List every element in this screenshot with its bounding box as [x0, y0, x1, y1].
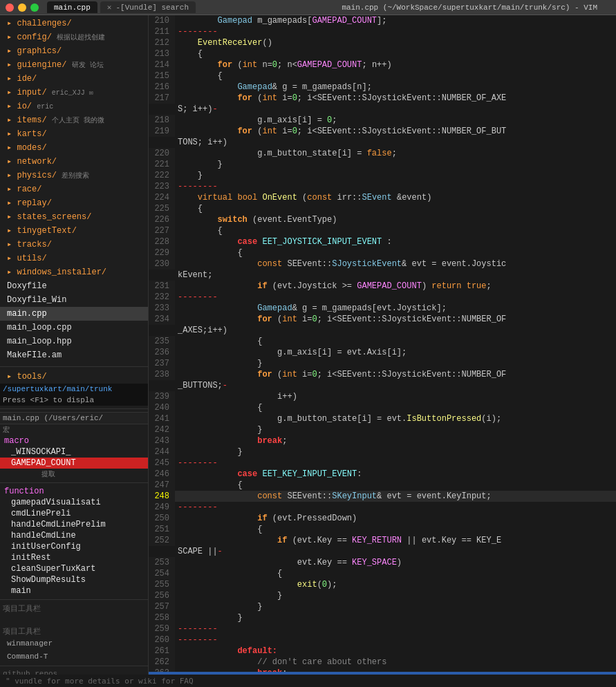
line-content: }: [175, 612, 616, 623]
code-line-213: 213 {: [149, 48, 616, 59]
code-line-226: 226 switch (event.EventType): [149, 214, 616, 225]
sidebar-command-t[interactable]: Command-T: [0, 650, 148, 664]
code-line-257: 257 }: [149, 601, 616, 612]
code-line-263: 263 break;: [149, 668, 616, 672]
line-number: 212: [149, 37, 175, 48]
sidebar-item-tracks[interactable]: ▸ tracks/: [0, 238, 148, 252]
maximize-button[interactable]: [30, 3, 39, 12]
line-content: for (int n=0; n<GAMEPAD_COUNT; n++): [175, 59, 616, 70]
sidebar-divider-3: [0, 482, 148, 483]
line-content: {: [175, 336, 616, 347]
sidebar-item-doxyfile-win[interactable]: Doxyfile_Win: [0, 293, 148, 307]
sidebar-fn-main[interactable]: main: [0, 585, 148, 596]
code-line-231: 231 if (evt.Joystick >= GAMEPAD_COUNT) r…: [149, 281, 616, 292]
sidebar-divider-5: [0, 666, 148, 666]
line-number: 210: [149, 15, 175, 26]
code-line-220: 220 g.m_button_state[i] = false;: [149, 148, 616, 159]
line-content: exit(0);: [175, 579, 616, 590]
line-number: 263: [149, 668, 175, 672]
sidebar-item-doxyfile[interactable]: Doxyfile: [0, 279, 148, 293]
code-line-249: 249 --------: [149, 502, 616, 513]
sidebar-item-mainloophpp[interactable]: main_loop.hpp: [0, 335, 148, 348]
sidebar-macro-gamepad[interactable]: GAMEPAD_COUNT: [0, 458, 148, 469]
sidebar-fn-cmdline[interactable]: cmdLinePreli: [0, 508, 148, 519]
sidebar-item-windows[interactable]: ▸ windows_installer/: [0, 265, 148, 279]
sidebar-item-ide[interactable]: ▸ ide/: [0, 72, 148, 86]
sidebar-item-tiny[interactable]: ▸ tinygetText/: [0, 224, 148, 238]
sidebar-item-graphics[interactable]: ▸ graphics/: [0, 44, 148, 58]
line-content: for (int i=0; i<SEEvent::SJoystickEvent:…: [175, 93, 616, 104]
sidebar-item-challenges[interactable]: ▸ challenges/: [0, 17, 148, 30]
sidebar-item-maincpp[interactable]: main.cpp: [0, 307, 148, 321]
code-line-256: 256 }: [149, 590, 616, 601]
line-content: Gamepad m_gamepads[GAMEPAD_COUNT];: [175, 15, 616, 26]
sidebar-fn-handlecmdline[interactable]: handleCmdLinePrelim: [0, 519, 148, 530]
minimize-button[interactable]: [18, 3, 26, 12]
sidebar-item-karts[interactable]: ▸ karts/: [0, 127, 148, 141]
sidebar-fn-gamepad[interactable]: gamepadVisualisati: [0, 497, 148, 508]
sidebar-item-makefile[interactable]: MakeFIle.am: [0, 348, 148, 362]
tab-main-cpp[interactable]: main.cpp: [47, 1, 97, 13]
line-number: 259: [149, 623, 175, 634]
sidebar-macro-label: macro: [0, 435, 148, 446]
code-line-218: 218 g.m_axis[i] = 0;: [149, 115, 616, 126]
line-number: 213: [149, 48, 175, 59]
code-line-216: 216 Gamepad& g = m_gamepads[n];: [149, 82, 616, 93]
line-content: }: [175, 424, 616, 435]
sidebar-item-guiengine[interactable]: ▸ guiengine/ 研发 论坛: [0, 58, 148, 72]
sidebar-fn-showdump[interactable]: ShowDumpResults: [0, 574, 148, 585]
line-number: 231: [149, 281, 175, 292]
line-content: --------: [175, 502, 616, 513]
line-content: evt.Key == KEY_SPACE): [175, 557, 616, 568]
line-number: 215: [149, 70, 175, 82]
sidebar-tools[interactable]: ▸ tools/: [0, 370, 148, 384]
line-number: 232: [149, 292, 175, 303]
sidebar-item-io[interactable]: ▸ io/ eric: [0, 100, 148, 113]
sidebar-item-config[interactable]: ▸ config/ 根据以超找创建: [0, 30, 148, 44]
code-line-250: 250 if (evt.PressedDown): [149, 513, 616, 524]
line-content: if (evt.PressedDown): [175, 513, 616, 524]
sidebar-dim-4: 项目工具栏: [0, 625, 148, 637]
line-content: const SEEvent::SJoystickEvent& evt = eve…: [175, 258, 616, 270]
window-title: main.cpp (~/WorkSpace/supertuxkart/main/…: [329, 3, 611, 12]
code-line-253: 253 evt.Key == KEY_SPACE): [149, 557, 616, 568]
tab-vundle-search[interactable]: ✕ -[Vundle] search: [100, 1, 196, 13]
sidebar-winmanager[interactable]: winmanager: [0, 637, 148, 650]
sidebar-fn-handle[interactable]: handleCmdLine: [0, 530, 148, 541]
line-number: 238: [149, 369, 175, 380]
sidebar[interactable]: ▸ challenges/ ▸ config/ 根据以超找创建 ▸ graphi…: [0, 15, 149, 687]
traffic-lights: [6, 3, 39, 12]
sidebar-macro-winsockapi[interactable]: _WINSOCKAPI_: [0, 446, 148, 458]
sidebar-filename-bar: main.cpp (/Users/eric/: [0, 412, 148, 424]
line-number: 255: [149, 579, 175, 590]
code-line-242: 242 }: [149, 424, 616, 435]
code-line-252b: SCAPE ||-: [149, 546, 616, 557]
line-content: i++): [175, 391, 616, 402]
sidebar-item-utils[interactable]: ▸ utils/: [0, 252, 148, 265]
sidebar-fn-init-user[interactable]: initUserConfig: [0, 541, 148, 552]
sidebar-item-states[interactable]: ▸ states_screens/: [0, 210, 148, 224]
sidebar-item-network[interactable]: ▸ network/: [0, 155, 148, 169]
line-content: {: [175, 568, 616, 579]
line-content: if (evt.Joystick >= GAMEPAD_COUNT) retur…: [175, 281, 616, 292]
line-content: {: [175, 48, 616, 59]
line-content: {: [175, 247, 616, 258]
code-editor[interactable]: 210 Gamepad m_gamepads[GAMEPAD_COUNT]; 2…: [149, 15, 616, 687]
sidebar-item-race[interactable]: ▸ race/: [0, 182, 148, 196]
close-button[interactable]: [6, 3, 14, 12]
sidebar-item-modes[interactable]: ▸ modes/: [0, 141, 148, 155]
line-number: 257: [149, 601, 175, 612]
tab-close-icon: ✕: [107, 3, 112, 12]
sidebar-item-mainloopcpp[interactable]: main_loop.cpp: [0, 321, 148, 335]
sidebar-item-input[interactable]: ▸ input/ eric_XJJ ✉: [0, 86, 148, 100]
sidebar-item-physics[interactable]: ▸ physics/ 差别搜索: [0, 169, 148, 182]
line-number: 224: [149, 192, 175, 203]
code-line-210: 210 Gamepad m_gamepads[GAMEPAD_COUNT];: [149, 15, 616, 26]
sidebar-item-replay[interactable]: ▸ replay/: [0, 196, 148, 210]
code-line-246: 246 case EET_KEY_INPUT_EVENT:: [149, 469, 616, 480]
code-line-258: 258 }: [149, 612, 616, 623]
sidebar-fn-init-rest[interactable]: initRest: [0, 552, 148, 563]
sidebar-fn-clean[interactable]: cleanSuperTuxKart: [0, 563, 148, 574]
sidebar-item-items[interactable]: ▸ items/ 个人主页 我的微: [0, 113, 148, 127]
line-content: {: [175, 402, 616, 413]
